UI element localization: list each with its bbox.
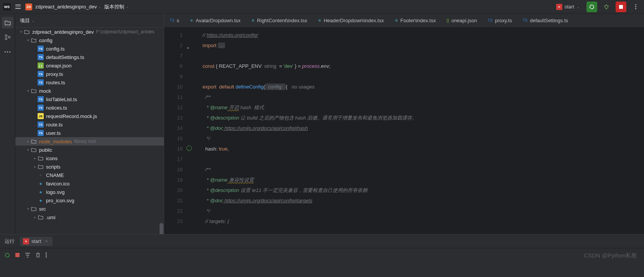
main-menu-button[interactable] [14, 3, 22, 10]
expand-arrow-icon[interactable]: ▾ [25, 148, 31, 152]
svg-point-0 [605, 5, 608, 8]
line-number: 7 [164, 51, 183, 61]
tree-item-label: notices.ts [46, 105, 67, 111]
line-number: 10 [164, 82, 183, 92]
expand-arrow-icon[interactable]: ▾ [25, 89, 31, 93]
folder-icon [38, 164, 44, 170]
tree-item-label: favicon.ico [46, 181, 69, 187]
filter-icon[interactable] [25, 253, 30, 257]
line-number: 8 [164, 61, 183, 71]
close-icon[interactable]: × [43, 238, 49, 244]
folder-icon [38, 155, 44, 161]
tree-root[interactable]: ▾ zdpreact_antdesginpro_dev F:\zdpreact\… [15, 28, 164, 36]
expand-arrow-icon[interactable]: ▸ [32, 215, 38, 219]
tree-item[interactable]: TSlistTableList.ts [15, 95, 164, 103]
tree-item[interactable]: ≡CNAME [15, 171, 164, 179]
editor-tab[interactable]: TSproxy.ts [482, 14, 517, 28]
tree-item[interactable]: ▸icons [15, 154, 164, 162]
vcs-dropdown[interactable]: 版本控制 ⌄ [104, 3, 129, 10]
svg-icon: ◆ [38, 197, 44, 203]
tree-item[interactable]: TSroute.ts [15, 120, 164, 129]
line-number: 16 [164, 144, 183, 154]
tree-item-label: config.ts [46, 46, 64, 52]
npm-icon: n [556, 4, 562, 10]
rerun-button[interactable] [586, 2, 597, 12]
tree-item-label: scripts [46, 164, 61, 170]
structure-tool-button[interactable] [2, 31, 13, 43]
tree-item[interactable]: TSconfig.ts [15, 44, 164, 53]
more-icon[interactable] [46, 252, 47, 257]
tree-item[interactable]: TSroutes.ts [15, 78, 164, 87]
editor-tab[interactable]: {}oneapi.json [441, 14, 482, 28]
trash-icon[interactable] [36, 252, 40, 258]
tree-item[interactable]: ◆favicon.ico [15, 179, 164, 188]
tree-item-label: listTableList.ts [46, 97, 77, 102]
line-number: 1 [164, 30, 183, 40]
svg-rect-6 [5, 35, 7, 36]
tree-item[interactable]: ◆logo.svg [15, 188, 164, 196]
code-editor[interactable]: 12▸7891011121314151617181920212223 // ht… [164, 28, 644, 234]
tree-item[interactable]: TSproxy.ts [15, 70, 164, 78]
line-number: 22 [164, 206, 183, 216]
tree-item[interactable]: TSnotices.ts [15, 103, 164, 112]
run-config-dropdown[interactable]: n start ⌄ [553, 2, 583, 11]
debug-button[interactable] [601, 2, 612, 12]
tree-item[interactable]: ▸scripts [15, 162, 164, 171]
rerun-icon[interactable] [5, 252, 10, 258]
line-number: 18 [164, 164, 183, 175]
svg-line-3 [604, 6, 605, 6]
more-actions-button[interactable] [630, 2, 641, 12]
npm-icon: n [23, 238, 29, 244]
tree-item[interactable]: ▸.umi [15, 213, 164, 221]
editor-tab[interactable]: ⚛HeaderDropdown\index.tsx [313, 14, 389, 28]
editor-tab[interactable]: ⚛RightContent\index.tsx [246, 14, 313, 28]
expand-arrow-icon[interactable]: ▸ [32, 156, 38, 160]
scrollbar-thumb[interactable] [160, 223, 163, 234]
tree-item-label: .umi [46, 215, 56, 220]
editor-tab[interactable]: TSs [164, 14, 184, 28]
react-icon: ⚛ [251, 18, 255, 23]
project-dropdown[interactable]: zdpreact_antdesginpro_dev ⌄ [35, 4, 101, 10]
tree-item[interactable]: ▾mock [15, 87, 164, 95]
tree-item-label: src [39, 206, 46, 212]
ai-suggest-icon[interactable] [186, 146, 192, 151]
expand-arrow-icon[interactable]: ▾ [25, 38, 31, 42]
expand-arrow-icon[interactable]: ▸ [32, 165, 38, 169]
tree-item[interactable]: ▾public [15, 146, 164, 154]
tree-item[interactable]: ◆pro_icon.svg [15, 196, 164, 205]
line-number: 21 [164, 195, 183, 206]
tab-label: oneapi.json [451, 18, 477, 23]
tree-item[interactable]: ▾config [15, 36, 164, 44]
project-tree-header[interactable]: 项目 ⌄ [15, 14, 164, 28]
tree-item[interactable]: ▸node_moduleslibrary root [15, 137, 164, 146]
more-tools-button[interactable] [2, 46, 13, 57]
expand-arrow-icon[interactable]: ▾ [18, 30, 24, 34]
ts-icon: TS [38, 130, 44, 136]
expand-arrow-icon[interactable]: ▾ [25, 207, 31, 211]
run-tab-start[interactable]: n start × [20, 237, 53, 246]
line-gutter: 12▸7891011121314151617181920212223 [164, 28, 187, 234]
main-area: 项目 ⌄ ▾ zdpreact_antdesginpro_dev F:\zdpr… [0, 14, 644, 234]
tree-item[interactable]: JSrequestRecord.mock.js [15, 112, 164, 120]
editor-tab[interactable]: ⚛AvatarDropdown.tsx [184, 14, 246, 28]
ts-icon: TS [523, 18, 528, 23]
tree-item[interactable]: { }oneapi.json [15, 61, 164, 70]
tree-item-label: icons [46, 156, 58, 161]
tab-label: RightContent\index.tsx [257, 18, 307, 23]
fold-icon[interactable]: ▸ [187, 43, 189, 53]
stop-button[interactable] [616, 2, 626, 12]
editor-tab[interactable]: TSdefaultSettings.ts [517, 14, 574, 28]
stop-icon[interactable] [15, 253, 20, 257]
editor-tab[interactable]: ⚛Footer\index.tsx [389, 14, 441, 28]
tree-item[interactable]: TSuser.ts [15, 129, 164, 137]
expand-arrow-icon[interactable]: ▸ [25, 139, 31, 143]
tree-item[interactable]: ▾src [15, 205, 164, 213]
code-content[interactable]: // https://umijs.org/config/ import ... … [187, 28, 417, 234]
tab-label: Footer\index.tsx [400, 18, 436, 23]
run-panel-title[interactable]: 运行 [5, 238, 15, 245]
project-tool-button[interactable] [2, 17, 13, 28]
ts-icon: TS [38, 96, 44, 102]
tree-item[interactable]: TSdefaultSettings.ts [15, 53, 164, 61]
project-tree[interactable]: ▾ zdpreact_antdesginpro_dev F:\zdpreact\… [15, 28, 164, 234]
line-number: 15 [164, 133, 183, 144]
